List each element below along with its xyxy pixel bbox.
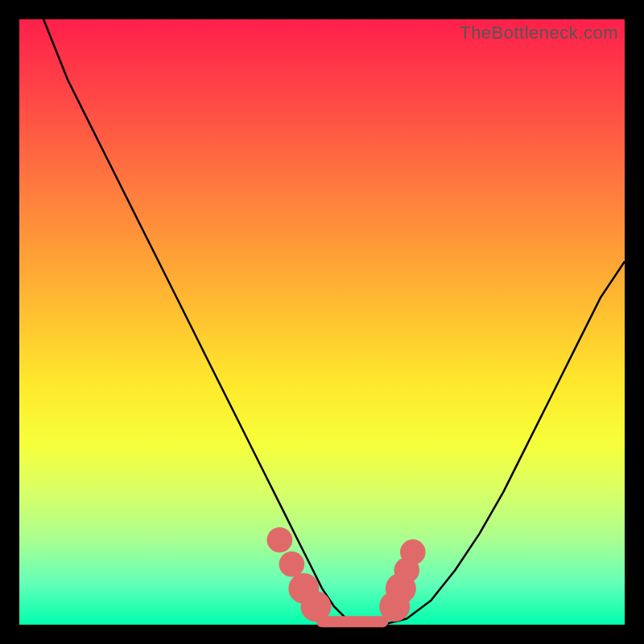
curve-marker: [301, 591, 332, 621]
curve-marker: [400, 539, 426, 565]
curve-marker: [267, 527, 293, 553]
chart-plot-area: TheBottleneck.com: [19, 19, 625, 625]
bottleneck-curve-svg: [19, 19, 625, 625]
curve-markers: [267, 527, 426, 622]
chart-frame: TheBottleneck.com: [0, 0, 644, 644]
curve-marker: [279, 551, 305, 577]
bottleneck-curve-path: [19, 0, 625, 625]
